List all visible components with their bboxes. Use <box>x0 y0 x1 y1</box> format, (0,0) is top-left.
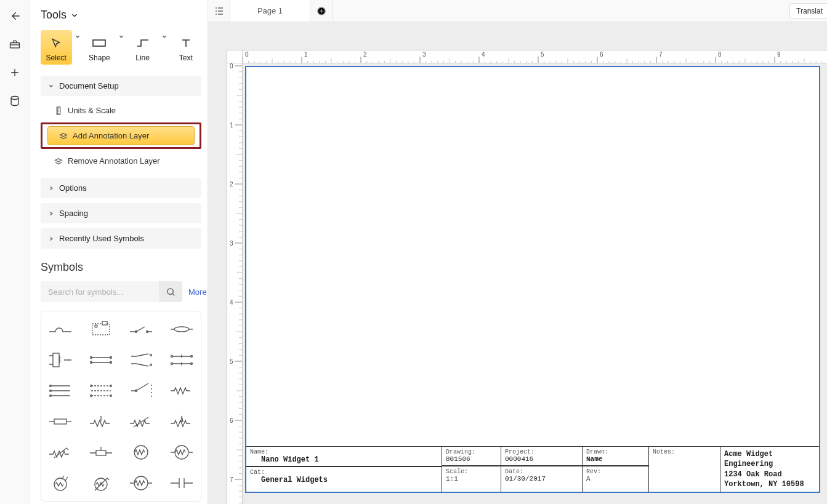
symbol-resistor-circle-2[interactable] <box>168 443 195 462</box>
tb-cat-label: Cat: <box>250 469 438 476</box>
svg-point-16 <box>150 354 152 356</box>
chevron-down-icon <box>48 83 54 89</box>
tb-rev-label: Rev: <box>586 468 645 475</box>
search-input[interactable] <box>41 287 159 297</box>
sub-remove-annotation[interactable]: Remove Annotation Layer <box>41 151 201 170</box>
svg-text:9: 9 <box>777 51 781 58</box>
svg-text:7: 7 <box>659 51 663 58</box>
svg-text:2: 2 <box>363 51 367 58</box>
tools-panel: Tools Select Shape Line <box>30 0 208 504</box>
symbol-resistor-var[interactable] <box>127 412 155 431</box>
svg-text:0: 0 <box>245 51 249 58</box>
svg-rect-6 <box>102 321 107 325</box>
symbol-ic-block[interactable] <box>87 320 115 338</box>
sub-add-annotation[interactable]: Add Annotation Layer <box>47 126 195 145</box>
svg-rect-30 <box>54 419 67 424</box>
tab-label: Page 1 <box>257 6 283 15</box>
tb-date-value: 01/30/2017 <box>505 475 578 482</box>
symbol-capacitor[interactable] <box>168 474 195 492</box>
section-spacing[interactable]: Spacing <box>41 203 201 223</box>
add-tab-button[interactable] <box>310 0 333 22</box>
svg-text:6: 6 <box>600 51 603 58</box>
symbols-search-row: More + <box>41 281 201 302</box>
panel-title[interactable]: Tools <box>41 9 201 22</box>
back-button[interactable] <box>7 9 22 23</box>
highlight-ring: Add Annotation Layer <box>41 122 201 149</box>
tool-shape-dropdown[interactable] <box>116 30 126 65</box>
symbol-trimmer[interactable] <box>87 443 115 462</box>
section-label: Recently Used Symbols <box>59 234 144 243</box>
symbol-resistor-pot[interactable] <box>168 412 195 431</box>
tool-shape[interactable]: Shape <box>84 30 115 65</box>
svg-text:8: 8 <box>718 51 722 58</box>
symbol-resistor-tap[interactable] <box>87 412 115 431</box>
tool-label: Line <box>135 54 150 62</box>
svg-point-7 <box>95 325 97 327</box>
add-icon[interactable] <box>7 65 22 80</box>
symbol-contact-2[interactable] <box>168 351 195 369</box>
document-setup-sublist: Units & Scale Add Annotation Layer Remov… <box>41 101 201 170</box>
symbol-rotary-switch[interactable] <box>127 382 155 400</box>
tb-drawn-value: Name <box>586 455 645 463</box>
panel-title-text: Tools <box>41 9 67 22</box>
symbol-resistor-circle[interactable] <box>127 443 155 462</box>
svg-point-4 <box>167 288 172 294</box>
svg-text:6: 6 <box>230 417 233 424</box>
symbol-bus-2[interactable] <box>87 351 115 369</box>
symbol-switch-2pole[interactable] <box>127 351 155 369</box>
ruler-horizontal: 0123456789 <box>227 50 827 63</box>
tb-project-label: Project: <box>505 449 578 455</box>
symbol-thermistor[interactable] <box>87 474 115 492</box>
symbol-switch-open[interactable] <box>127 320 155 338</box>
tool-label: Select <box>46 54 67 62</box>
symbol-varistor[interactable] <box>47 443 74 462</box>
outline-button[interactable] <box>208 0 230 22</box>
title-block: Name: Nano Widget 1 Cat: General Widgets… <box>246 446 819 492</box>
tool-text[interactable]: Text <box>171 30 202 65</box>
svg-text:3: 3 <box>422 51 426 58</box>
symbol-arc[interactable] <box>47 320 74 338</box>
ruler-icon <box>54 106 63 115</box>
layer-add-icon <box>59 132 68 140</box>
symbol-ammeter[interactable] <box>127 474 155 492</box>
symbol-bus-3[interactable] <box>47 382 74 400</box>
rectangle-icon <box>92 35 107 51</box>
tool-line[interactable]: Line <box>127 30 158 65</box>
sub-label: Add Annotation Layer <box>73 131 149 140</box>
svg-point-10 <box>174 327 189 332</box>
search-button[interactable] <box>159 281 182 302</box>
tool-select-dropdown[interactable] <box>73 30 83 65</box>
tool-line-dropdown[interactable] <box>159 30 169 65</box>
tb-name-label: Name: <box>250 449 438 455</box>
tb-cat-value: General Widgets <box>250 476 438 484</box>
more-symbols-link[interactable]: More + <box>188 287 208 297</box>
translate-button[interactable]: Translat <box>789 3 827 19</box>
svg-text:4: 4 <box>230 299 233 306</box>
ruler-vertical: 01234567 <box>227 63 243 504</box>
text-icon <box>180 35 192 51</box>
drawing-page[interactable]: Name: Nano Widget 1 Cat: General Widgets… <box>245 66 820 493</box>
svg-point-34 <box>54 478 67 490</box>
sub-label: Units & Scale <box>68 106 116 115</box>
symbol-resistor-box[interactable] <box>47 412 74 431</box>
section-options[interactable]: Options <box>41 178 201 198</box>
symbol-resistor[interactable] <box>168 382 195 400</box>
tb-drawing-label: Drawing: <box>446 449 497 455</box>
sub-units-scale[interactable]: Units & Scale <box>41 101 201 120</box>
symbol-palette <box>41 311 201 502</box>
tb-scale-label: Scale: <box>446 468 497 475</box>
symbol-transformer[interactable] <box>47 351 74 369</box>
section-document-setup[interactable]: Document Setup <box>41 76 201 96</box>
tb-company-1: Acme Widget <box>724 449 815 459</box>
tab-page-1[interactable]: Page 1 <box>230 0 310 22</box>
symbol-photoresistor[interactable] <box>47 474 74 492</box>
tb-company-3: 1234 Oak Road <box>724 470 815 479</box>
icon-rail <box>0 0 30 504</box>
toolbox-icon[interactable] <box>7 37 22 52</box>
section-recently-used[interactable]: Recently Used Symbols <box>41 228 201 249</box>
tool-select[interactable]: Select <box>41 30 72 65</box>
symbol-fuse[interactable] <box>168 320 195 338</box>
symbol-sw-array-dashed[interactable] <box>87 382 115 400</box>
database-icon[interactable] <box>7 94 22 108</box>
plus-icon <box>317 7 326 15</box>
